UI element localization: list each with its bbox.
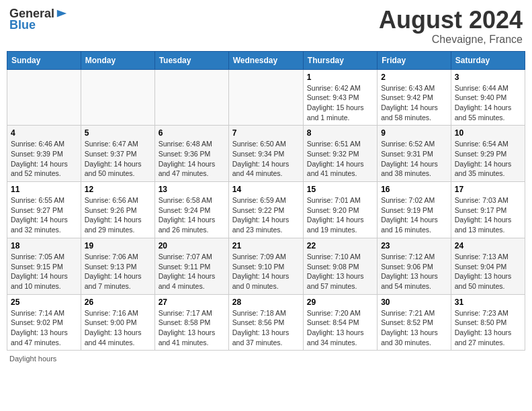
month-year-title: August 2024 xyxy=(379,7,523,34)
day-number: 29 xyxy=(307,298,373,307)
weekday-header-row: SundayMondayTuesdayWednesdayThursdayFrid… xyxy=(7,51,525,69)
day-info: Sunrise: 7:18 AM Sunset: 8:56 PM Dayligh… xyxy=(232,308,300,348)
day-info: Sunrise: 7:13 AM Sunset: 9:04 PM Dayligh… xyxy=(455,252,521,291)
day-info: Sunrise: 7:07 AM Sunset: 9:11 PM Dayligh… xyxy=(159,252,225,291)
svg-marker-0 xyxy=(57,9,66,17)
day-number: 14 xyxy=(232,185,300,194)
calendar-cell xyxy=(228,69,303,126)
day-info: Sunrise: 6:56 AM Sunset: 9:26 PM Dayligh… xyxy=(85,195,151,235)
calendar-cell: 21Sunrise: 7:09 AM Sunset: 9:10 PM Dayli… xyxy=(228,238,303,294)
location-subtitle: Chevaigne, France xyxy=(379,34,523,46)
calendar-cell: 20Sunrise: 7:07 AM Sunset: 9:11 PM Dayli… xyxy=(154,238,228,294)
day-info: Sunrise: 6:42 AM Sunset: 9:43 PM Dayligh… xyxy=(307,83,373,123)
day-info: Sunrise: 7:14 AM Sunset: 9:02 PM Dayligh… xyxy=(11,308,77,348)
day-info: Sunrise: 7:23 AM Sunset: 8:50 PM Dayligh… xyxy=(455,308,521,348)
day-number: 12 xyxy=(85,185,151,194)
calendar-cell: 12Sunrise: 6:56 AM Sunset: 9:26 PM Dayli… xyxy=(81,182,154,238)
calendar-week-row: 25Sunrise: 7:14 AM Sunset: 9:02 PM Dayli… xyxy=(7,294,525,351)
day-number: 19 xyxy=(85,241,151,250)
calendar-cell: 31Sunrise: 7:23 AM Sunset: 8:50 PM Dayli… xyxy=(451,294,525,351)
calendar-cell: 27Sunrise: 7:17 AM Sunset: 8:58 PM Dayli… xyxy=(154,294,228,351)
calendar-cell xyxy=(7,69,81,126)
day-info: Sunrise: 6:44 AM Sunset: 9:40 PM Dayligh… xyxy=(455,83,521,123)
calendar-cell: 19Sunrise: 7:06 AM Sunset: 9:13 PM Dayli… xyxy=(81,238,154,294)
day-info: Sunrise: 6:46 AM Sunset: 9:39 PM Dayligh… xyxy=(11,139,77,179)
day-info: Sunrise: 7:16 AM Sunset: 9:00 PM Dayligh… xyxy=(85,308,151,348)
day-info: Sunrise: 6:58 AM Sunset: 9:24 PM Dayligh… xyxy=(159,195,225,235)
logo-blue: Blue xyxy=(9,18,36,32)
day-number: 28 xyxy=(232,298,300,307)
calendar-cell xyxy=(154,69,228,126)
weekday-header-sunday: Sunday xyxy=(7,51,81,69)
day-number: 26 xyxy=(85,298,151,307)
day-number: 11 xyxy=(11,185,77,194)
calendar-cell: 5Sunrise: 6:47 AM Sunset: 9:37 PM Daylig… xyxy=(81,126,154,182)
day-number: 2 xyxy=(381,73,447,82)
page-header: General Blue August 2024 Chevaigne, Fran… xyxy=(7,7,525,46)
day-number: 30 xyxy=(381,298,447,307)
calendar-cell: 29Sunrise: 7:20 AM Sunset: 8:54 PM Dayli… xyxy=(303,294,377,351)
calendar-cell: 23Sunrise: 7:12 AM Sunset: 9:06 PM Dayli… xyxy=(378,238,451,294)
day-number: 24 xyxy=(455,241,521,250)
day-info: Sunrise: 7:06 AM Sunset: 9:13 PM Dayligh… xyxy=(85,252,151,291)
calendar-cell: 1Sunrise: 6:42 AM Sunset: 9:43 PM Daylig… xyxy=(303,69,377,126)
day-info: Sunrise: 7:10 AM Sunset: 9:08 PM Dayligh… xyxy=(307,252,373,291)
day-info: Sunrise: 7:12 AM Sunset: 9:06 PM Dayligh… xyxy=(381,252,447,291)
day-info: Sunrise: 6:50 AM Sunset: 9:34 PM Dayligh… xyxy=(232,139,300,179)
calendar-cell: 15Sunrise: 7:01 AM Sunset: 9:20 PM Dayli… xyxy=(303,182,377,238)
calendar-cell: 3Sunrise: 6:44 AM Sunset: 9:40 PM Daylig… xyxy=(451,69,525,126)
footer-note: Daylight hours xyxy=(7,355,525,363)
calendar-cell: 25Sunrise: 7:14 AM Sunset: 9:02 PM Dayli… xyxy=(7,294,81,351)
calendar-cell: 9Sunrise: 6:52 AM Sunset: 9:31 PM Daylig… xyxy=(378,126,451,182)
calendar-cell: 28Sunrise: 7:18 AM Sunset: 8:56 PM Dayli… xyxy=(228,294,303,351)
day-info: Sunrise: 6:59 AM Sunset: 9:22 PM Dayligh… xyxy=(232,195,300,235)
calendar-cell: 16Sunrise: 7:02 AM Sunset: 9:19 PM Dayli… xyxy=(378,182,451,238)
calendar-cell: 24Sunrise: 7:13 AM Sunset: 9:04 PM Dayli… xyxy=(451,238,525,294)
calendar-week-row: 4Sunrise: 6:46 AM Sunset: 9:39 PM Daylig… xyxy=(7,126,525,182)
day-number: 16 xyxy=(381,185,447,194)
day-number: 31 xyxy=(455,298,521,307)
day-number: 10 xyxy=(455,128,521,138)
day-number: 17 xyxy=(455,185,521,194)
day-info: Sunrise: 6:52 AM Sunset: 9:31 PM Dayligh… xyxy=(381,139,447,179)
calendar-cell: 2Sunrise: 6:43 AM Sunset: 9:42 PM Daylig… xyxy=(378,69,451,126)
daylight-note: Daylight hours xyxy=(9,355,56,363)
calendar-cell: 6Sunrise: 6:48 AM Sunset: 9:36 PM Daylig… xyxy=(154,126,228,182)
day-number: 25 xyxy=(11,298,77,307)
calendar-cell: 8Sunrise: 6:51 AM Sunset: 9:32 PM Daylig… xyxy=(303,126,377,182)
day-number: 20 xyxy=(159,241,225,250)
weekday-header-saturday: Saturday xyxy=(451,51,525,69)
calendar-cell: 4Sunrise: 6:46 AM Sunset: 9:39 PM Daylig… xyxy=(7,126,81,182)
day-number: 13 xyxy=(159,185,225,194)
day-number: 27 xyxy=(159,298,225,307)
day-info: Sunrise: 7:21 AM Sunset: 8:52 PM Dayligh… xyxy=(381,308,447,348)
weekday-header-wednesday: Wednesday xyxy=(228,51,303,69)
day-info: Sunrise: 7:09 AM Sunset: 9:10 PM Dayligh… xyxy=(232,252,300,291)
calendar-cell: 11Sunrise: 6:55 AM Sunset: 9:27 PM Dayli… xyxy=(7,182,81,238)
weekday-header-tuesday: Tuesday xyxy=(154,51,228,69)
calendar-week-row: 1Sunrise: 6:42 AM Sunset: 9:43 PM Daylig… xyxy=(7,69,525,126)
day-info: Sunrise: 7:05 AM Sunset: 9:15 PM Dayligh… xyxy=(11,252,77,291)
day-number: 9 xyxy=(381,128,447,138)
day-info: Sunrise: 7:03 AM Sunset: 9:17 PM Dayligh… xyxy=(455,195,521,235)
day-info: Sunrise: 6:48 AM Sunset: 9:36 PM Dayligh… xyxy=(159,139,225,179)
calendar-cell: 7Sunrise: 6:50 AM Sunset: 9:34 PM Daylig… xyxy=(228,126,303,182)
calendar-cell: 17Sunrise: 7:03 AM Sunset: 9:17 PM Dayli… xyxy=(451,182,525,238)
calendar-cell xyxy=(81,69,154,126)
day-info: Sunrise: 7:01 AM Sunset: 9:20 PM Dayligh… xyxy=(307,195,373,235)
day-info: Sunrise: 6:43 AM Sunset: 9:42 PM Dayligh… xyxy=(381,83,447,123)
day-number: 23 xyxy=(381,241,447,250)
day-number: 7 xyxy=(232,128,300,138)
day-number: 5 xyxy=(85,128,151,138)
weekday-header-friday: Friday xyxy=(378,51,451,69)
weekday-header-monday: Monday xyxy=(81,51,154,69)
calendar-cell: 14Sunrise: 6:59 AM Sunset: 9:22 PM Dayli… xyxy=(228,182,303,238)
day-number: 22 xyxy=(307,241,373,250)
day-number: 15 xyxy=(307,185,373,194)
calendar-cell: 22Sunrise: 7:10 AM Sunset: 9:08 PM Dayli… xyxy=(303,238,377,294)
day-info: Sunrise: 7:20 AM Sunset: 8:54 PM Dayligh… xyxy=(307,308,373,348)
logo: General Blue xyxy=(9,7,68,32)
day-info: Sunrise: 7:17 AM Sunset: 8:58 PM Dayligh… xyxy=(159,308,225,348)
day-number: 1 xyxy=(307,73,373,82)
day-number: 18 xyxy=(11,241,77,250)
